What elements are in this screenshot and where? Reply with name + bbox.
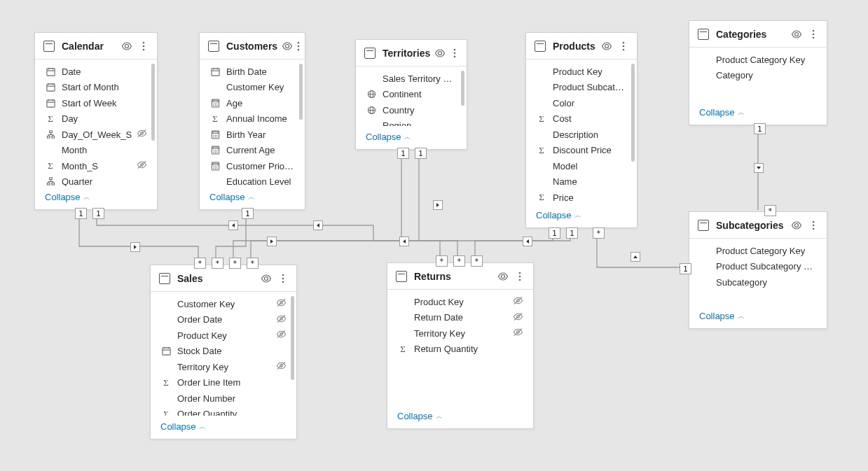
collapse-link[interactable]: Collapse︿ bbox=[397, 411, 443, 421]
visibility-icon[interactable] bbox=[282, 40, 293, 52]
field-row[interactable]: Description bbox=[526, 127, 637, 143]
collapse-link[interactable]: Collapse︿ bbox=[699, 311, 745, 321]
visibility-icon[interactable] bbox=[790, 28, 803, 41]
collapse-link[interactable]: Collapse︿ bbox=[45, 192, 90, 202]
visibility-icon[interactable] bbox=[260, 272, 273, 285]
scrollbar[interactable] bbox=[151, 64, 155, 141]
field-row[interactable]: Territory Key bbox=[387, 325, 533, 342]
collapse-link[interactable]: Collapse︿ bbox=[366, 132, 411, 142]
scrollbar[interactable] bbox=[461, 71, 464, 106]
field-row[interactable]: Product Category Key bbox=[689, 243, 827, 259]
more-options-icon[interactable] bbox=[807, 28, 820, 41]
scrollbar[interactable] bbox=[291, 296, 294, 380]
field-row[interactable]: Product Key bbox=[526, 64, 637, 80]
field-row[interactable]: Return Date bbox=[387, 310, 533, 326]
field-row[interactable]: Country bbox=[356, 102, 467, 118]
collapse-link[interactable]: Collapse︿ bbox=[160, 421, 206, 432]
field-row[interactable]: Customer Key bbox=[200, 80, 305, 96]
table-header[interactable]: Sales bbox=[151, 265, 296, 292]
field-row[interactable]: ΣOrder Line Item bbox=[151, 375, 296, 391]
table-icon bbox=[698, 220, 709, 231]
field-row[interactable]: Order Date bbox=[151, 312, 296, 328]
field-row[interactable]: Subcategory bbox=[689, 274, 827, 290]
field-row[interactable]: ΣCost bbox=[526, 111, 637, 127]
field-row[interactable]: Birth Date bbox=[200, 64, 305, 80]
table-territories[interactable]: Territories Sales Territory KeyContinent… bbox=[355, 39, 467, 150]
visibility-icon[interactable] bbox=[600, 40, 613, 52]
visibility-icon[interactable] bbox=[790, 219, 803, 232]
visibility-icon[interactable] bbox=[120, 40, 133, 52]
field-row[interactable]: Date bbox=[35, 64, 157, 80]
field-row[interactable]: Stock Date bbox=[151, 344, 296, 360]
field-row[interactable]: Month bbox=[35, 143, 157, 159]
field-row[interactable]: ΣReturn Quantity bbox=[387, 342, 533, 358]
table-header[interactable]: Calendar bbox=[35, 33, 157, 59]
table-categories[interactable]: Categories Product Category KeyCategory … bbox=[689, 20, 827, 125]
field-row[interactable]: Age bbox=[200, 95, 305, 111]
field-row[interactable]: ΣMonth_S bbox=[35, 158, 157, 174]
table-header[interactable]: Categories bbox=[689, 21, 827, 48]
visibility-icon[interactable] bbox=[497, 270, 509, 283]
scrollbar[interactable] bbox=[631, 64, 635, 162]
field-row[interactable]: Birth Year bbox=[200, 127, 305, 143]
field-label: Start of Month bbox=[62, 82, 147, 92]
more-options-icon[interactable] bbox=[617, 40, 630, 52]
table-products[interactable]: Products Product KeyProduct Subcategor..… bbox=[525, 32, 638, 228]
field-row[interactable]: Customer Key bbox=[151, 296, 296, 312]
field-row[interactable]: Current Age bbox=[200, 143, 305, 159]
field-row[interactable]: ΣDiscount Price bbox=[526, 143, 637, 159]
field-row[interactable]: Model bbox=[526, 158, 637, 174]
field-row[interactable]: Sales Territory Key bbox=[356, 71, 467, 87]
field-row[interactable]: Region bbox=[356, 118, 467, 127]
more-options-icon[interactable] bbox=[277, 272, 289, 285]
table-returns[interactable]: Returns Product KeyReturn DateTerritory … bbox=[387, 262, 534, 429]
field-row[interactable]: Quarter bbox=[35, 174, 157, 187]
more-options-icon[interactable] bbox=[297, 40, 300, 52]
field-row[interactable]: Start of Week bbox=[35, 95, 157, 111]
table-customers[interactable]: Customers Birth DateCustomer KeyAgeΣAnnu… bbox=[199, 32, 305, 210]
hidden-icon bbox=[276, 298, 287, 309]
collapse-link[interactable]: Collapse︿ bbox=[699, 107, 745, 118]
collapse-link[interactable]: Collapse︿ bbox=[209, 192, 255, 202]
field-row[interactable]: Product Key bbox=[151, 328, 296, 344]
table-sales[interactable]: Sales Customer KeyOrder DateProduct KeyS… bbox=[150, 265, 297, 440]
model-canvas[interactable]: 1 1 * * * * 1 1 1 * * * 1 1 * 1 1 * Cale… bbox=[0, 0, 868, 471]
field-row[interactable]: Name bbox=[526, 174, 637, 190]
field-row[interactable]: Color bbox=[526, 95, 637, 111]
field-row[interactable]: ΣPrice bbox=[526, 190, 637, 204]
table-title: Territories bbox=[383, 48, 430, 59]
field-row[interactable]: ΣAnnual Income bbox=[200, 111, 305, 127]
visibility-icon[interactable] bbox=[434, 47, 446, 59]
more-options-icon[interactable] bbox=[450, 47, 460, 59]
field-row[interactable]: Continent bbox=[356, 87, 467, 103]
table-subcategories[interactable]: Subcategories Product Category KeyProduc… bbox=[689, 211, 827, 329]
field-row[interactable]: Education Level bbox=[200, 174, 305, 187]
field-row[interactable]: Territory Key bbox=[151, 359, 296, 375]
table-header[interactable]: Products bbox=[526, 33, 637, 59]
field-row[interactable]: Day_Of_Week_S bbox=[35, 127, 157, 143]
more-options-icon[interactable] bbox=[514, 270, 526, 283]
field-row[interactable]: Start of Month bbox=[35, 80, 157, 96]
field-row[interactable]: Product Subcategor... bbox=[526, 80, 637, 96]
field-row[interactable]: ΣOrder Quantity bbox=[151, 407, 296, 416]
cardinality-one: 1 bbox=[415, 148, 427, 159]
table-header[interactable]: Returns bbox=[387, 263, 533, 290]
field-row[interactable]: Product Category Key bbox=[689, 52, 827, 68]
more-options-icon[interactable] bbox=[807, 219, 820, 232]
scrollbar[interactable] bbox=[299, 64, 303, 120]
more-options-icon[interactable] bbox=[137, 40, 150, 52]
table-header[interactable]: Subcategories bbox=[689, 212, 827, 239]
field-row[interactable]: Customer Priority bbox=[200, 158, 305, 174]
field-row[interactable]: Category bbox=[689, 68, 827, 84]
svg-point-50 bbox=[216, 150, 217, 151]
field-row[interactable]: Order Number bbox=[151, 391, 296, 407]
chevron-up-icon: ︿ bbox=[199, 422, 206, 432]
table-header[interactable]: Customers bbox=[200, 33, 305, 59]
table-header[interactable]: Territories bbox=[356, 40, 467, 66]
svg-line-18 bbox=[138, 130, 146, 137]
field-row[interactable]: Product Key bbox=[387, 294, 533, 310]
field-row[interactable]: Product Subcategory Key bbox=[689, 259, 827, 275]
table-calendar[interactable]: Calendar DateStart of MonthStart of Week… bbox=[34, 32, 158, 210]
collapse-link[interactable]: Collapse︿ bbox=[536, 210, 581, 220]
field-row[interactable]: ΣDay bbox=[35, 111, 157, 127]
